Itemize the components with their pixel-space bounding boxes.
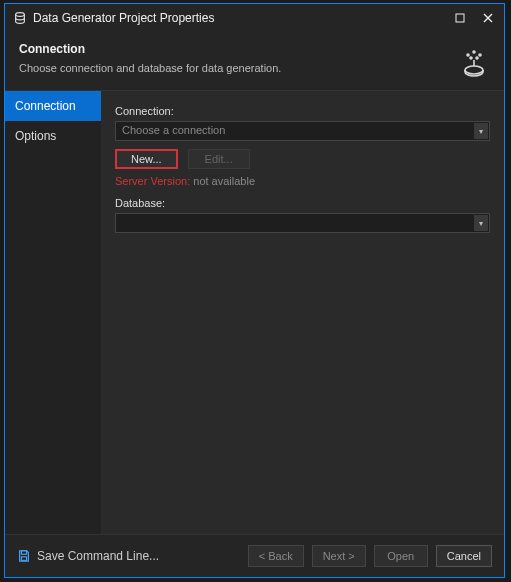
svg-point-0 xyxy=(16,13,25,17)
svg-point-5 xyxy=(479,54,481,56)
header-description: Choose connection and database for data … xyxy=(19,62,450,74)
header-text: Connection Choose connection and databas… xyxy=(19,42,450,74)
open-button[interactable]: Open xyxy=(374,545,428,567)
svg-rect-8 xyxy=(21,551,26,555)
dialog-body: Connection Options Connection: Choose a … xyxy=(5,90,504,534)
footer-left: Save Command Line... xyxy=(17,549,240,563)
database-select[interactable] xyxy=(115,213,490,233)
server-version: Server Version: not available xyxy=(115,175,490,187)
header-section: Connection Choose connection and databas… xyxy=(5,32,504,90)
window-title: Data Generator Project Properties xyxy=(33,11,452,25)
server-version-label: Server Version: xyxy=(115,175,190,187)
sidebar-item-options[interactable]: Options xyxy=(5,121,101,151)
connection-select-wrap: Choose a connection ▾ xyxy=(115,121,490,141)
cancel-button[interactable]: Cancel xyxy=(436,545,492,567)
sidebar-item-connection[interactable]: Connection xyxy=(5,91,101,121)
database-select-wrap: ▾ xyxy=(115,213,490,233)
edit-button: Edit... xyxy=(188,149,250,169)
close-icon[interactable] xyxy=(480,10,496,26)
new-button[interactable]: New... xyxy=(115,149,178,169)
connection-select[interactable]: Choose a connection xyxy=(115,121,490,141)
svg-point-7 xyxy=(476,57,478,59)
svg-point-6 xyxy=(470,57,472,59)
content-panel: Connection: Choose a connection ▾ New...… xyxy=(101,91,504,534)
next-button[interactable]: Next > xyxy=(312,545,366,567)
sidebar: Connection Options xyxy=(5,91,101,534)
header-title: Connection xyxy=(19,42,450,56)
back-button[interactable]: < Back xyxy=(248,545,304,567)
data-generator-icon xyxy=(458,46,490,78)
dialog-footer: Save Command Line... < Back Next > Open … xyxy=(5,534,504,577)
server-version-value: not available xyxy=(193,175,255,187)
connection-label: Connection: xyxy=(115,105,490,117)
chevron-down-icon[interactable]: ▾ xyxy=(474,215,488,231)
dialog-window: Data Generator Project Properties Connec… xyxy=(4,3,505,578)
save-icon xyxy=(17,549,31,563)
database-label: Database: xyxy=(115,197,490,209)
titlebar: Data Generator Project Properties xyxy=(5,4,504,32)
connection-buttons: New... Edit... xyxy=(115,149,490,169)
save-command-line-button[interactable]: Save Command Line... xyxy=(37,549,159,563)
chevron-down-icon[interactable]: ▾ xyxy=(474,123,488,139)
svg-rect-9 xyxy=(21,557,26,561)
svg-point-4 xyxy=(467,54,469,56)
footer-buttons: < Back Next > Open Cancel xyxy=(248,545,492,567)
window-controls xyxy=(452,10,496,26)
svg-rect-1 xyxy=(456,14,464,22)
svg-point-3 xyxy=(473,51,475,53)
maximize-icon[interactable] xyxy=(452,10,468,26)
app-icon xyxy=(13,11,27,25)
svg-point-2 xyxy=(465,66,483,74)
